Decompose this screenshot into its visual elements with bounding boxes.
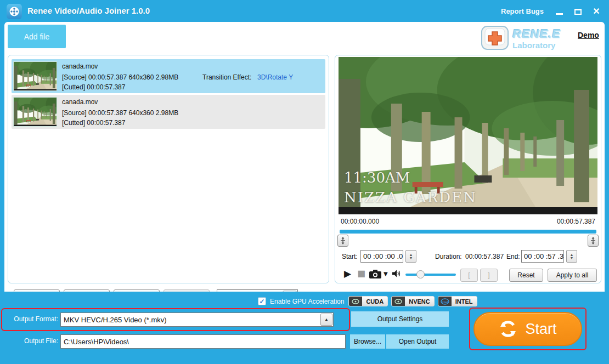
speaker-icon (392, 270, 401, 277)
start-button[interactable]: Start (473, 312, 582, 346)
trim-handle-icon (590, 237, 596, 244)
timeline-end-time: 00:00:57.387 (557, 218, 595, 225)
cuda-badge-label: CUDA (362, 298, 387, 305)
app-icon (7, 4, 22, 19)
timeline-start-time: 00:00:00.000 (341, 218, 379, 225)
film-reel-icon (9, 6, 20, 17)
preview-panel: 11:30AM NIZZA GARDEN 00:00:00.000 00:00:… (335, 55, 601, 283)
output-format-label: Output Format: (4, 315, 58, 323)
transition-effect-link[interactable]: 3D\Rotate Y (257, 73, 293, 81)
output-format-dropdown[interactable]: MKV HEVC/H.265 Video (*.mkv) ▲ (60, 312, 334, 327)
keyboard-key-plus-icon (481, 25, 509, 52)
spin-down-icon: ▼ (570, 257, 574, 260)
report-bugs-link[interactable]: Report Bugs (501, 7, 544, 15)
minimize-button[interactable] (553, 7, 565, 16)
start-button-label: Start (525, 321, 556, 338)
sync-arrows-icon (499, 320, 517, 338)
cuda-badge: CUDA (348, 296, 388, 306)
video-thumbnail (13, 97, 57, 127)
start-time-stepper[interactable]: ▲ ▼ (405, 250, 416, 263)
open-output-button[interactable]: Open Output (386, 334, 449, 349)
file-list-item-2[interactable]: canada.mov [Source] 00:00:57.387 640x360… (12, 95, 325, 129)
end-time-field[interactable] (521, 250, 564, 263)
output-section: ✓ Enable GPU Acceleration CUDA NVENC int… (0, 292, 609, 364)
maximize-icon (574, 9, 582, 15)
spin-down-icon: ▼ (409, 257, 413, 260)
volume-slider-thumb[interactable] (416, 270, 425, 278)
file-cutted-info: [Cutted] 00:00:57.387 (62, 83, 125, 91)
duration-value: 00:00:57.387 (465, 253, 504, 260)
trim-handle-right[interactable] (588, 235, 599, 247)
minimize-icon (556, 13, 563, 15)
snapshot-button[interactable] (369, 270, 381, 280)
start-label: Start: (342, 253, 358, 260)
gpu-acceleration-checkbox[interactable]: ✓ (258, 297, 266, 305)
file-cutted-info: [Cutted] 00:00:57.387 (62, 119, 125, 127)
browse-button[interactable]: Browse... (350, 334, 385, 349)
snapshot-menu-button[interactable]: ▼ (384, 271, 388, 277)
brand-name: RENE.E (512, 28, 561, 40)
play-button[interactable]: ▶ (344, 268, 351, 279)
file-list-panel: canada.mov [Source] 00:00:57.387 640x360… (8, 55, 329, 283)
nvenc-badge-label: NVENC (405, 298, 434, 305)
svg-text:intel: intel (442, 300, 448, 303)
duration-label: Duration: (435, 253, 462, 260)
file-name: canada.mov (62, 98, 98, 106)
brand-logo: RENE.E Laboratory (481, 24, 574, 53)
output-format-value: MKV HEVC/H.265 Video (*.mkv) (61, 316, 320, 324)
intel-badge: intel INTEL (438, 296, 477, 306)
brand-subtitle: Laboratory (512, 41, 561, 49)
intel-icon: intel (438, 296, 452, 306)
timeline-seekbar[interactable] (340, 230, 596, 234)
apply-to-all-button[interactable]: Apply to all (548, 269, 597, 282)
mark-in-button[interactable]: [ (460, 269, 478, 282)
app-title: Renee Video/Audio Joiner 1.0.0 (27, 6, 150, 15)
trim-handle-left[interactable] (337, 235, 348, 247)
nvenc-badge: NVENC (391, 296, 435, 306)
reset-button[interactable]: Reset (509, 269, 543, 282)
volume-slider[interactable] (405, 274, 456, 276)
check-icon: ✓ (259, 298, 264, 305)
maximize-button[interactable] (572, 7, 584, 16)
file-list-item-1[interactable]: canada.mov [Source] 00:00:57.387 640x360… (12, 59, 325, 93)
gpu-acceleration-label: Enable GPU Acceleration (270, 298, 344, 305)
camera-icon (369, 270, 381, 278)
stop-button[interactable]: ■ (357, 268, 365, 278)
output-file-label: Output File: (4, 337, 58, 345)
start-time-field[interactable] (360, 250, 403, 263)
video-overlay-time: 11:30AM (344, 169, 410, 186)
title-bar: Renee Video/Audio Joiner 1.0.0 Report Bu… (0, 0, 609, 22)
intel-badge-label: INTEL (452, 298, 477, 305)
mute-button[interactable] (392, 270, 401, 279)
add-file-button[interactable]: Add file (8, 25, 66, 48)
video-overlay-title: NIZZA GARDEN (344, 189, 477, 206)
mark-out-button[interactable]: ] (480, 269, 498, 282)
close-icon: ✕ (593, 7, 600, 16)
output-file-input[interactable] (60, 334, 346, 349)
file-source-info: [Source] 00:00:57.387 640x360 2.98MB (62, 109, 178, 117)
nvidia-eye-icon (349, 296, 362, 306)
output-settings-button[interactable]: Output Settings (351, 311, 449, 327)
file-source-info: [Source] 00:00:57.387 640x360 2.98MB (62, 73, 178, 81)
chevron-up-icon: ▲ (320, 314, 332, 326)
main-content: Add file RENE.E Laboratory Demo canada.m… (4, 22, 605, 292)
video-preview[interactable]: 11:30AM NIZZA GARDEN (339, 57, 597, 214)
video-thumbnail (13, 61, 57, 91)
end-time-stepper[interactable]: ▲ ▼ (566, 250, 577, 263)
demo-link[interactable]: Demo (578, 31, 599, 39)
file-name: canada.mov (62, 62, 98, 70)
nvidia-eye-icon (392, 296, 405, 306)
end-label: End: (506, 253, 520, 260)
trim-handle-icon (340, 237, 346, 244)
gpu-acceleration-row: ✓ Enable GPU Acceleration CUDA NVENC int… (258, 296, 481, 306)
close-button[interactable]: ✕ (590, 7, 602, 16)
transition-effect-label: Transition Effect: (202, 73, 251, 81)
